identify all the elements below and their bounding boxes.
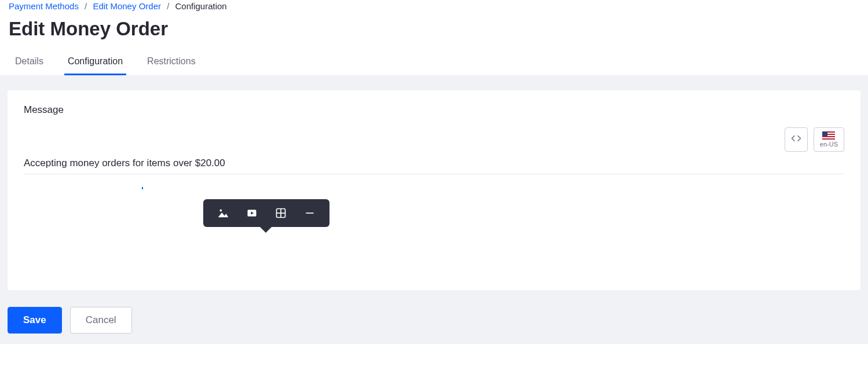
breadcrumb-separator: / (167, 1, 169, 11)
message-field-label: Message (24, 104, 844, 116)
content-area: Message en-US Accepting money orders for (0, 76, 868, 299)
image-icon (217, 207, 229, 219)
locale-code: en-US (820, 141, 838, 148)
footer-actions: Save Cancel (0, 299, 868, 344)
insert-horizontal-rule-button[interactable] (303, 206, 317, 220)
save-button[interactable]: Save (8, 307, 62, 334)
breadcrumb-link-payment-methods[interactable]: Payment Methods (9, 1, 79, 11)
page-title: Edit Money Order (0, 14, 868, 48)
cancel-button[interactable]: Cancel (70, 307, 132, 334)
horizontal-rule-icon (304, 207, 316, 219)
insert-video-button[interactable] (245, 206, 259, 220)
insert-popover (203, 199, 329, 227)
svg-rect-3 (822, 137, 835, 138)
breadcrumb: Payment Methods / Edit Money Order / Con… (0, 0, 868, 14)
breadcrumb-current: Configuration (175, 1, 226, 11)
video-icon (246, 207, 258, 219)
message-editor[interactable]: Accepting money orders for items over $2… (24, 155, 844, 174)
breadcrumb-separator: / (85, 1, 87, 11)
insert-table-button[interactable] (274, 206, 288, 220)
editor-card: Message en-US Accepting money orders for (8, 90, 860, 290)
tab-bar: Details Configuration Restrictions (0, 48, 868, 76)
editor-toolbar: en-US (24, 127, 844, 152)
breadcrumb-link-edit-money-order[interactable]: Edit Money Order (93, 1, 161, 11)
tab-configuration[interactable]: Configuration (64, 48, 126, 75)
code-icon (791, 134, 801, 145)
svg-point-5 (220, 210, 222, 212)
insert-image-button[interactable] (216, 206, 230, 220)
tab-details[interactable]: Details (12, 48, 47, 75)
tab-restrictions[interactable]: Restrictions (144, 48, 199, 75)
source-code-button[interactable] (785, 127, 808, 152)
us-flag-icon (822, 131, 835, 140)
table-icon (275, 207, 287, 219)
locale-selector-button[interactable]: en-US (814, 127, 844, 152)
svg-rect-4 (822, 131, 827, 136)
caret-marker (142, 187, 143, 189)
